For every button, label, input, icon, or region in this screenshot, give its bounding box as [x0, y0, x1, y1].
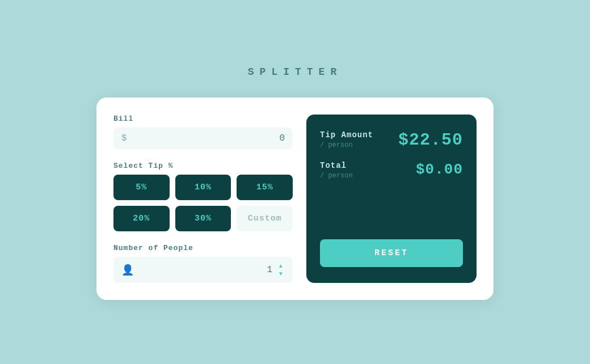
dollar-icon: $: [121, 133, 127, 143]
right-panel: Tip Amount / person $22.50 Total / perso…: [306, 115, 477, 283]
tip-amount-row: Tip Amount / person $22.50: [320, 130, 463, 150]
bill-input[interactable]: [132, 133, 285, 143]
stepper: ▲ ▼: [277, 263, 285, 277]
total-value: $0.00: [416, 161, 463, 178]
tip-amount-labels: Tip Amount / person: [320, 130, 373, 149]
tip-btn-custom[interactable]: Custom: [237, 206, 293, 231]
reset-button[interactable]: RESET: [320, 239, 463, 267]
bill-input-wrapper: $: [113, 128, 293, 149]
tip-amount-value: $22.50: [398, 130, 463, 150]
tip-btn-30[interactable]: 30%: [175, 206, 231, 231]
bill-label: Bill: [113, 115, 293, 123]
tip-buttons: 5% 10% 15% 20% 30% Custom: [113, 175, 293, 231]
total-labels: Total / person: [320, 161, 353, 180]
people-input-wrapper: 👤 ▲ ▼: [113, 257, 293, 283]
tip-section: Select Tip % 5% 10% 15% 20% 30% Custom: [113, 162, 293, 231]
tip-btn-20[interactable]: 20%: [113, 206, 170, 231]
app-title: SPLITTER: [248, 64, 342, 81]
bill-section: Bill $: [113, 115, 293, 149]
total-per-person-label: / person: [320, 172, 353, 180]
tip-per-person-label: / person: [320, 141, 373, 149]
results: Tip Amount / person $22.50 Total / perso…: [320, 130, 463, 191]
main-card: Bill $ Select Tip % 5% 10% 15% 20% 30% C…: [96, 98, 494, 300]
tip-label: Select Tip %: [113, 162, 293, 170]
stepper-down-button[interactable]: ▼: [277, 270, 285, 277]
left-panel: Bill $ Select Tip % 5% 10% 15% 20% 30% C…: [113, 115, 293, 283]
tip-amount-label: Tip Amount: [320, 130, 373, 139]
stepper-up-button[interactable]: ▲: [277, 263, 285, 269]
total-row: Total / person $0.00: [320, 161, 463, 180]
people-section: Number of People 👤 ▲ ▼: [113, 244, 293, 283]
people-input[interactable]: [138, 265, 272, 275]
tip-btn-15[interactable]: 15%: [237, 175, 293, 200]
tip-btn-10[interactable]: 10%: [175, 175, 231, 200]
tip-btn-5[interactable]: 5%: [113, 175, 170, 200]
people-label: Number of People: [113, 244, 293, 252]
total-label: Total: [320, 161, 353, 170]
person-icon: 👤: [121, 264, 134, 276]
